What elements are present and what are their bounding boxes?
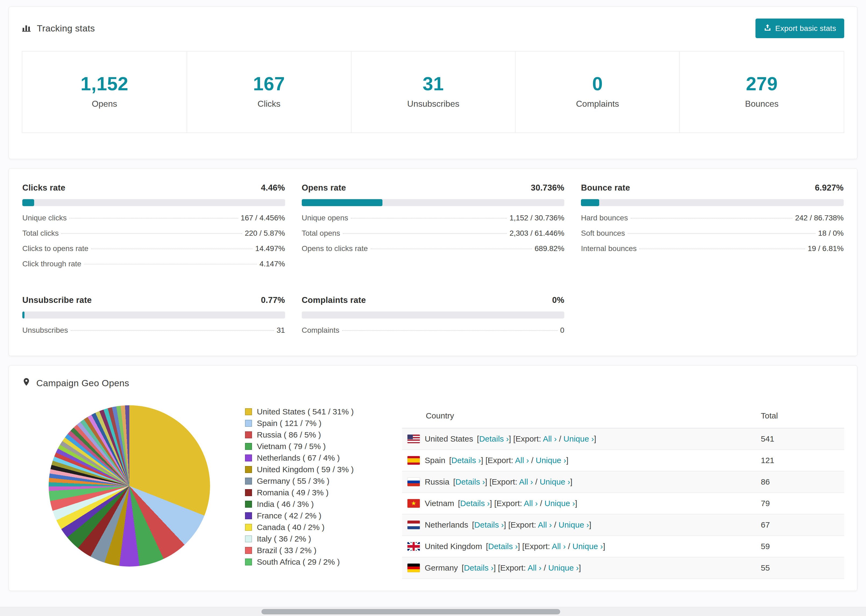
rate-row: Click through rate4.147% bbox=[22, 259, 285, 275]
table-row: Russia[Details ›] [Export: All › / Uniqu… bbox=[402, 471, 844, 493]
stat-value: 167 bbox=[192, 73, 346, 94]
legend-swatch bbox=[245, 501, 252, 508]
campaign-stats-page: Tracking stats Export basic stats 1,152O… bbox=[0, 0, 866, 591]
country-total: 55 bbox=[756, 557, 844, 579]
export-unique-link[interactable]: Unique › bbox=[559, 520, 589, 529]
row-links: [Details ›] [Export: All › / Unique ›] bbox=[462, 563, 581, 572]
stat-box: 279Bounces bbox=[679, 52, 844, 132]
flag-es-icon bbox=[408, 456, 420, 465]
legend-item: Germany ( 55 / 3% ) bbox=[245, 475, 354, 487]
details-link[interactable]: Details › bbox=[488, 542, 518, 551]
bar-chart-icon bbox=[22, 23, 31, 35]
rate-title: Clicks rate bbox=[22, 183, 65, 193]
horizontal-scrollbar-track[interactable] bbox=[0, 607, 866, 616]
country-cell: Germany[Details ›] [Export: All › / Uniq… bbox=[408, 563, 750, 572]
details-link[interactable]: Details › bbox=[455, 477, 485, 486]
rate-progress-fill bbox=[22, 199, 34, 206]
export-all-link[interactable]: All › bbox=[538, 520, 552, 529]
export-all-link[interactable]: All › bbox=[527, 563, 542, 572]
export-unique-link[interactable]: Unique › bbox=[536, 456, 566, 465]
legend-item: Spain ( 121 / 7% ) bbox=[245, 417, 354, 429]
country-name: Vietnam bbox=[425, 499, 454, 508]
legend-item: United Kingdom ( 59 / 3% ) bbox=[245, 464, 354, 475]
rate-value: 0.77% bbox=[261, 295, 285, 305]
dotted-leader bbox=[639, 248, 805, 249]
export-all-link[interactable]: All › bbox=[515, 456, 529, 465]
geo-body: United States ( 541 / 31% )Spain ( 121 /… bbox=[22, 404, 844, 579]
rate-panel: Opens rate30.736%Unique opens1,152 / 30.… bbox=[302, 183, 565, 275]
stat-value: 1,152 bbox=[28, 73, 181, 94]
export-unique-link[interactable]: Unique › bbox=[564, 434, 594, 443]
tracking-stats-header: Tracking stats Export basic stats bbox=[22, 19, 844, 38]
export-all-link[interactable]: All › bbox=[552, 542, 566, 551]
geo-legend: United States ( 541 / 31% )Spain ( 121 /… bbox=[245, 406, 354, 567]
geo-pie-chart bbox=[49, 405, 210, 567]
country-name: Germany bbox=[425, 563, 458, 572]
rate-progress-bar bbox=[302, 311, 565, 319]
export-all-link[interactable]: All › bbox=[519, 477, 533, 486]
rate-row-label: Click through rate bbox=[22, 259, 81, 268]
export-basic-stats-button[interactable]: Export basic stats bbox=[756, 19, 844, 38]
table-row: Spain[Details ›] [Export: All › / Unique… bbox=[402, 449, 844, 471]
row-links: [Details ›] [Export: All › / Unique ›] bbox=[472, 520, 591, 530]
details-link[interactable]: Details › bbox=[464, 563, 493, 572]
dotted-leader bbox=[631, 218, 793, 218]
details-link[interactable]: Details › bbox=[479, 434, 509, 443]
stat-box: 167Clicks bbox=[187, 52, 351, 132]
legend-item: India ( 46 / 3% ) bbox=[245, 498, 354, 510]
rate-header: Bounce rate6.927% bbox=[581, 183, 844, 193]
total-column-header: Total bbox=[756, 404, 844, 428]
rate-panel: Complaints rate0%Complaints0 bbox=[302, 295, 565, 341]
country-cell: Vietnam[Details ›] [Export: All › / Uniq… bbox=[408, 499, 750, 508]
rate-row-value: 19 / 6.81% bbox=[808, 244, 844, 253]
rate-row-value: 689.82% bbox=[535, 244, 565, 253]
country-column-header: Country bbox=[402, 404, 756, 428]
legend-swatch bbox=[245, 489, 252, 496]
rate-progress-fill bbox=[302, 199, 383, 206]
export-all-link[interactable]: All › bbox=[524, 499, 538, 508]
horizontal-scrollbar-thumb[interactable] bbox=[261, 609, 560, 614]
export-basic-stats-label: Export basic stats bbox=[775, 24, 836, 33]
details-link[interactable]: Details › bbox=[460, 499, 490, 508]
rate-value: 6.927% bbox=[815, 183, 844, 193]
rate-header: Opens rate30.736% bbox=[302, 183, 565, 193]
details-link[interactable]: Details › bbox=[474, 520, 504, 529]
table-row: Germany[Details ›] [Export: All › / Uniq… bbox=[402, 557, 844, 579]
legend-swatch bbox=[245, 408, 252, 415]
legend-swatch bbox=[245, 478, 252, 485]
country-total: 541 bbox=[756, 428, 844, 449]
rate-header: Complaints rate0% bbox=[302, 295, 565, 305]
dotted-leader bbox=[71, 330, 274, 331]
legend-label: Netherlands ( 67 / 4% ) bbox=[257, 453, 340, 462]
legend-label: Vietnam ( 79 / 5% ) bbox=[257, 442, 326, 451]
legend-swatch bbox=[245, 547, 252, 554]
table-row: Netherlands[Details ›] [Export: All › / … bbox=[402, 514, 844, 536]
stat-label: Opens bbox=[28, 99, 181, 109]
rate-rows: Unique opens1,152 / 30.736%Total opens2,… bbox=[302, 214, 565, 259]
dotted-leader bbox=[61, 233, 242, 234]
rate-row-value: 0 bbox=[560, 326, 565, 335]
geo-table-body: United States[Details ›] [Export: All › … bbox=[402, 428, 844, 579]
export-all-link[interactable]: All › bbox=[543, 434, 557, 443]
stat-label: Complaints bbox=[521, 99, 674, 109]
rate-rows: Unique clicks167 / 4.456%Total clicks220… bbox=[22, 214, 285, 275]
rate-title: Opens rate bbox=[302, 183, 346, 193]
stats-summary: 1,152Opens167Clicks31Unsubscribes0Compla… bbox=[22, 51, 844, 133]
details-link[interactable]: Details › bbox=[451, 456, 481, 465]
rate-progress-bar bbox=[22, 199, 285, 206]
stat-value: 31 bbox=[357, 73, 510, 94]
legend-swatch bbox=[245, 512, 252, 519]
country-cell: United States[Details ›] [Export: All › … bbox=[408, 434, 750, 443]
legend-item: Netherlands ( 67 / 4% ) bbox=[245, 452, 354, 464]
rate-rows: Complaints0 bbox=[302, 326, 565, 341]
export-unique-link[interactable]: Unique › bbox=[548, 563, 578, 572]
geo-header: Campaign Geo Opens bbox=[22, 377, 844, 389]
country-total: 86 bbox=[756, 471, 844, 493]
export-unique-link[interactable]: Unique › bbox=[545, 499, 575, 508]
rate-row-value: 14.497% bbox=[255, 244, 285, 253]
rate-row: Unique opens1,152 / 30.736% bbox=[302, 214, 565, 229]
export-unique-link[interactable]: Unique › bbox=[540, 477, 570, 486]
export-unique-link[interactable]: Unique › bbox=[572, 542, 603, 551]
rate-row: Total opens2,303 / 61.446% bbox=[302, 229, 565, 244]
rate-progress-bar bbox=[581, 199, 844, 206]
